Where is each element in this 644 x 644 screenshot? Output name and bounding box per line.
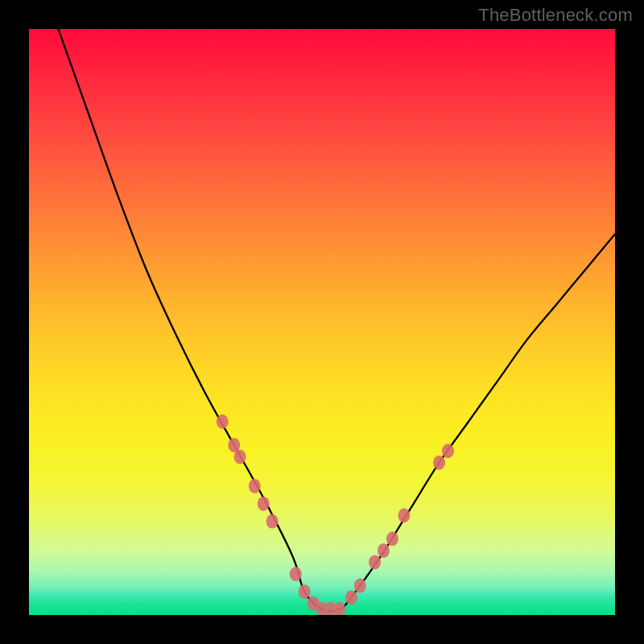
marker-dot bbox=[249, 479, 261, 493]
marker-dot bbox=[433, 456, 445, 470]
watermark-label: TheBottleneck.com bbox=[478, 5, 633, 26]
marker-layer bbox=[29, 29, 615, 615]
marker-dot bbox=[398, 508, 410, 522]
marker-dot bbox=[369, 555, 381, 569]
marker-dot bbox=[258, 497, 270, 511]
marker-dot bbox=[345, 590, 357, 605]
plot-area bbox=[29, 29, 615, 615]
marker-dot bbox=[266, 514, 279, 529]
marker-dot bbox=[386, 531, 398, 546]
marker-dot bbox=[442, 444, 454, 458]
marker-dot bbox=[333, 602, 345, 615]
marker-dot bbox=[354, 579, 366, 593]
marker-dot bbox=[234, 449, 246, 464]
marker-dot bbox=[217, 415, 229, 429]
marker-dot bbox=[290, 567, 302, 581]
marker-dot bbox=[378, 543, 390, 558]
marker-dot bbox=[299, 584, 311, 599]
chart-root: TheBottleneck.com bbox=[0, 0, 644, 644]
